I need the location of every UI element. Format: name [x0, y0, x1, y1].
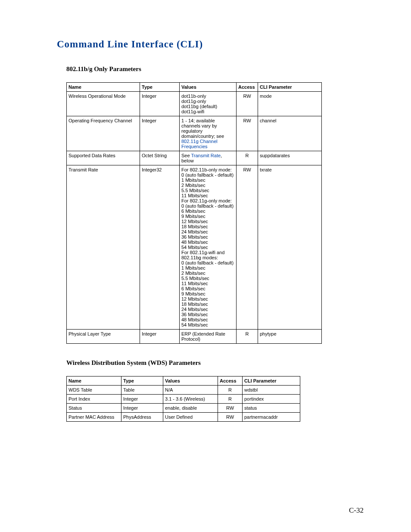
- cell-access: R: [237, 151, 258, 165]
- cell-cli: wdstbl: [243, 386, 300, 395]
- cell-cli: portindex: [243, 395, 300, 404]
- cell-type: Integer: [140, 92, 180, 116]
- col-name: Name: [67, 83, 140, 92]
- cell-name: Status: [67, 404, 121, 413]
- table-row: Supported Data RatesOctet StringSee Tran…: [67, 151, 322, 165]
- cell-type: Integer: [140, 116, 180, 151]
- section-heading-1: 802.11b/g Only Parameters: [66, 65, 354, 73]
- cell-cli: mode: [258, 92, 322, 116]
- table-row: StatusIntegerenable, disableRWstatus: [67, 404, 300, 413]
- cell-name: Wireless Operational Mode: [67, 92, 140, 116]
- cell-name: Supported Data Rates: [67, 151, 140, 165]
- cell-name: Partner MAC Address: [67, 413, 121, 422]
- document-page: Command Line Interface (CLI) 802.11b/g O…: [0, 0, 411, 532]
- cell-cli: suppdatarates: [258, 151, 322, 165]
- cell-values: User Defined: [163, 413, 218, 422]
- cell-values: 3.1 - 3.6 (Wireless): [163, 395, 218, 404]
- table-row: Partner MAC AddressPhysAddressUser Defin…: [67, 413, 300, 422]
- cell-access: RW: [237, 92, 258, 116]
- cell-cli: status: [243, 404, 300, 413]
- parameters-table-1: Name Type Values Access CLI Parameter Wi…: [66, 82, 322, 344]
- cell-values: For 802.11b-only mode:0 (auto fallback -…: [180, 165, 237, 330]
- page-title: Command Line Interface (CLI): [57, 39, 354, 50]
- table-row: Physical Layer TypeIntegerERP (Extended …: [67, 330, 322, 344]
- cell-cli: txrate: [258, 165, 322, 330]
- cell-name: Port Index: [67, 395, 121, 404]
- cell-values: dot11b-onlydot11g-onlydot11bg (default)d…: [180, 92, 237, 116]
- cell-values: N/A: [163, 386, 218, 395]
- cell-access: R: [218, 386, 243, 395]
- cell-access: RW: [237, 116, 258, 151]
- cell-type: Integer: [140, 330, 180, 344]
- cell-name: Operating Frequency Channel: [67, 116, 140, 151]
- col-access: Access: [218, 376, 243, 386]
- table-row: Transmit RateInteger32For 802.11b-only m…: [67, 165, 322, 330]
- cell-type: Integer: [121, 395, 163, 404]
- table-row: Operating Frequency ChannelInteger1 - 14…: [67, 116, 322, 151]
- table-row: Port IndexInteger3.1 - 3.6 (Wireless)Rpo…: [67, 395, 300, 404]
- col-type: Type: [140, 83, 180, 92]
- cell-values: enable, disable: [163, 404, 218, 413]
- col-values: Values: [163, 376, 218, 386]
- col-cli: CLI Parameter: [258, 83, 322, 92]
- cell-access: R: [218, 395, 243, 404]
- cell-values: ERP (Extended Rate Protocol): [180, 330, 237, 344]
- col-cli: CLI Parameter: [243, 376, 300, 386]
- cell-access: RW: [237, 165, 258, 330]
- cell-access: RW: [218, 413, 243, 422]
- cross-reference-link[interactable]: 802.11g Channel Frequencies: [181, 139, 218, 149]
- cell-values: 1 - 14; available channels vary by regul…: [180, 116, 237, 151]
- cell-access: RW: [218, 404, 243, 413]
- table-row: WDS TableTableN/ARwdstbl: [67, 386, 300, 395]
- cell-cli: phytype: [258, 330, 322, 344]
- col-access: Access: [237, 83, 258, 92]
- cell-access: R: [237, 330, 258, 344]
- cell-type: PhysAddress: [121, 413, 163, 422]
- cell-type: Octet String: [140, 151, 180, 165]
- col-values: Values: [180, 83, 237, 92]
- cell-values: See Transmit Rate, below: [180, 151, 237, 165]
- parameters-table-2: Name Type Values Access CLI Parameter WD…: [66, 376, 300, 422]
- cell-type: Integer: [121, 404, 163, 413]
- cell-type: Table: [121, 386, 163, 395]
- cell-name: Transmit Rate: [67, 165, 140, 330]
- page-number: C-32: [349, 506, 364, 515]
- col-type: Type: [121, 376, 163, 386]
- table-header-row: Name Type Values Access CLI Parameter: [67, 376, 300, 386]
- cell-cli: partnermacaddr: [243, 413, 300, 422]
- cell-type: Integer32: [140, 165, 180, 330]
- cell-name: WDS Table: [67, 386, 121, 395]
- cell-name: Physical Layer Type: [67, 330, 140, 344]
- section-heading-2: Wireless Distribution System (WDS) Param…: [66, 359, 354, 367]
- table-header-row: Name Type Values Access CLI Parameter: [67, 83, 322, 92]
- table-row: Wireless Operational ModeIntegerdot11b-o…: [67, 92, 322, 116]
- cross-reference-link[interactable]: Transmit Rate: [191, 153, 221, 158]
- cell-cli: channel: [258, 116, 322, 151]
- col-name: Name: [67, 376, 121, 386]
